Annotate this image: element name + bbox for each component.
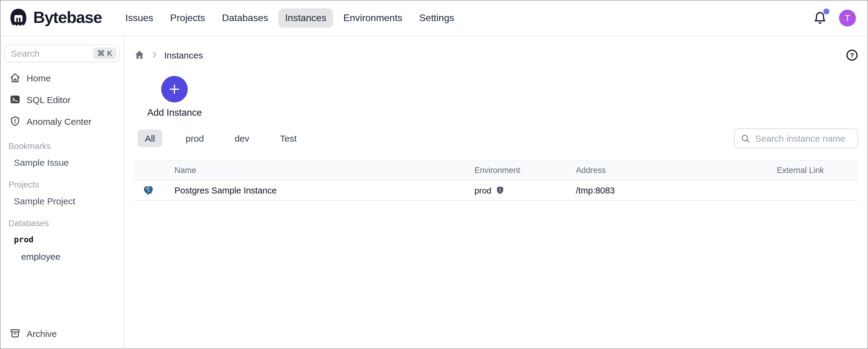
instance-environment: prod — [474, 185, 576, 195]
shield-alert-icon — [10, 116, 21, 127]
home-icon — [10, 72, 21, 83]
svg-text:?: ? — [850, 51, 854, 59]
sidebar-nav: Home SQL Editor — [0, 67, 124, 132]
tab-prod[interactable]: prod — [178, 130, 211, 147]
sidebar-item-label: SQL Editor — [27, 94, 71, 105]
search-input[interactable] — [11, 48, 93, 59]
terminal-icon — [10, 94, 21, 105]
nav-item-projects[interactable]: Projects — [163, 8, 212, 27]
add-instance-button[interactable]: Add Instance — [147, 76, 202, 118]
sidebar-item-sql-editor[interactable]: SQL Editor — [0, 89, 124, 110]
sidebar-item-sample-project[interactable]: Sample Project — [0, 192, 124, 209]
tab-dev[interactable]: dev — [227, 130, 256, 147]
bytebase-logo[interactable]: Bytebase — [8, 8, 102, 28]
search-icon — [741, 134, 750, 143]
instance-filter-row: All prod dev Test — [134, 128, 858, 148]
archive-icon — [10, 328, 21, 339]
instances-table: Name Environment Address External Link — [134, 160, 858, 201]
breadcrumb: Instances ? — [134, 46, 858, 64]
environment-tabs: All prod dev Test — [137, 130, 304, 147]
topbar-right-actions: T — [813, 9, 856, 26]
table-header-row: Name Environment Address External Link — [134, 160, 858, 180]
nav-item-issues[interactable]: Issues — [119, 8, 160, 27]
instance-address: /tmp:8083 — [576, 185, 777, 195]
sidebar-item-archive[interactable]: Archive — [0, 322, 124, 344]
add-instance-label: Add Instance — [147, 107, 202, 118]
top-navbar: Bytebase Issues Projects Databases Insta… — [0, 0, 868, 36]
sidebar-item-sample-issue[interactable]: Sample Issue — [0, 154, 124, 171]
nav-item-databases[interactable]: Databases — [215, 8, 275, 27]
breadcrumb-page-title: Instances — [164, 50, 203, 60]
nav-item-settings[interactable]: Settings — [412, 8, 461, 27]
tab-all[interactable]: All — [137, 130, 162, 147]
sidebar-item-label: Anomaly Center — [27, 116, 91, 126]
sidebar-item-home[interactable]: Home — [0, 67, 124, 89]
instance-name[interactable]: Postgres Sample Instance — [175, 185, 474, 195]
sidebar-item-label: Home — [27, 73, 51, 83]
column-header-external-link: External Link — [777, 166, 858, 175]
sidebar-item-db-employee[interactable]: employee — [0, 248, 124, 265]
sidebar-section-bookmarks: Bookmarks Sample Issue — [0, 137, 124, 171]
plus-icon[interactable] — [161, 76, 188, 102]
help-icon[interactable]: ? — [846, 48, 858, 61]
sidebar-section-databases: Databases prod employee — [0, 215, 124, 265]
tab-test[interactable]: Test — [273, 130, 304, 147]
section-label: Projects — [0, 176, 124, 192]
avatar[interactable]: T — [839, 9, 856, 26]
top-navigation: Issues Projects Databases Instances Envi… — [119, 8, 461, 27]
column-header-address: Address — [576, 166, 777, 175]
bytebase-logo-icon — [8, 8, 28, 28]
column-header-environment: Environment — [474, 166, 576, 175]
instance-search-input[interactable] — [755, 133, 852, 143]
bytebase-app: Bytebase Issues Projects Databases Insta… — [0, 0, 868, 349]
instance-search[interactable] — [734, 128, 858, 148]
breadcrumb-home-icon[interactable] — [134, 49, 145, 60]
sidebar-item-db-prod[interactable]: prod — [0, 231, 124, 248]
chevron-right-icon — [150, 50, 159, 59]
nav-item-instances[interactable]: Instances — [278, 8, 333, 27]
sidebar-item-anomaly-center[interactable]: Anomaly Center — [0, 110, 124, 132]
section-label: Bookmarks — [0, 137, 124, 154]
section-label: Databases — [0, 215, 124, 231]
environment-value: prod — [474, 185, 491, 195]
sidebar: ⌘ K Home — [0, 36, 124, 349]
table-row[interactable]: Postgres Sample Instance prod /tmp:8083 — [134, 180, 858, 201]
column-header-name: Name — [175, 166, 474, 175]
notification-bell-icon[interactable] — [813, 11, 827, 25]
search-shortcut-badge: ⌘ K — [93, 47, 117, 59]
sidebar-search[interactable]: ⌘ K — [4, 45, 120, 62]
sidebar-section-projects: Projects Sample Project — [0, 176, 124, 209]
unread-notification-dot — [823, 8, 829, 14]
shield-protected-icon — [496, 186, 505, 195]
main-content: Instances ? Add Instance — [124, 36, 868, 349]
nav-item-environments[interactable]: Environments — [337, 8, 409, 27]
sidebar-item-label: Archive — [27, 328, 57, 339]
brand-name: Bytebase — [33, 8, 102, 27]
postgresql-icon — [134, 185, 175, 195]
